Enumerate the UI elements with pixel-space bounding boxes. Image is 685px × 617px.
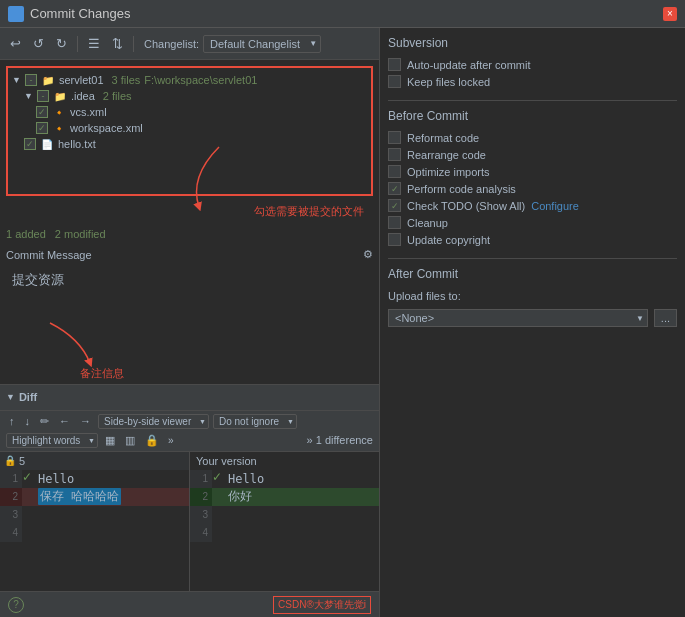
diff-left-line-4: 4	[0, 524, 189, 542]
diff-lock-row: 🔒 5	[0, 452, 189, 470]
modified-stat: 2 modified	[55, 228, 106, 240]
redo-btn[interactable]: ↻	[52, 34, 71, 53]
diff-up-btn[interactable]: ↑	[6, 414, 18, 428]
diff-right-line-1: 1 ✓ Hello	[190, 470, 379, 488]
diff-label: Diff	[19, 391, 37, 403]
undo-btn[interactable]: ↺	[29, 34, 48, 53]
reformat-checkbox[interactable]	[388, 131, 401, 144]
commit-msg-header: Commit Message ⚙	[0, 244, 379, 265]
perform-checkbox[interactable]	[388, 182, 401, 195]
upload-select[interactable]: <None>	[388, 309, 648, 327]
dl-content-1: Hello	[34, 470, 189, 488]
keep-files-checkbox[interactable]	[388, 75, 401, 88]
tree-item-workspace[interactable]: 🔸 workspace.xml	[12, 120, 367, 136]
r-num-2: 2	[190, 488, 212, 506]
diff-left-line-2: 2 保存 哈哈哈哈	[0, 488, 189, 506]
r-ind-2	[212, 488, 224, 506]
check-todo-row: Check TODO (Show All) Configure	[388, 199, 677, 212]
subversion-section: Subversion Auto-update after commit Keep…	[388, 36, 677, 92]
commit-msg-icon: ⚙	[363, 248, 373, 261]
tree-item-vcs[interactable]: 🔸 vcs.xml	[12, 104, 367, 120]
r-num-3: 3	[190, 506, 212, 524]
viewer-select[interactable]: Side-by-side viewer	[98, 414, 209, 429]
cleanup-label: Cleanup	[407, 217, 448, 229]
check-todo-checkbox[interactable]	[388, 199, 401, 212]
ignore-select-wrapper: Do not ignore	[213, 414, 297, 429]
root-count: 3 files	[112, 74, 141, 86]
workspace-checkbox[interactable]	[36, 122, 48, 134]
diff-header: ▼ Diff	[0, 384, 379, 410]
dl-content-4	[22, 524, 189, 542]
idea-checkbox[interactable]	[37, 90, 49, 102]
back-btn[interactable]: ↩	[6, 34, 25, 53]
dl-content-3	[22, 506, 189, 524]
upload-select-wrapper: <None>	[388, 309, 648, 327]
perform-label: Perform code analysis	[407, 183, 516, 195]
r-ind-1: ✓	[212, 470, 224, 488]
diff-left-line-1: 1 ✓ Hello	[0, 470, 189, 488]
reformat-label: Reformat code	[407, 132, 479, 144]
changelist-select[interactable]: Default Changelist	[203, 35, 321, 53]
vcs-name: vcs.xml	[70, 106, 107, 118]
added-stat: 1 added	[6, 228, 46, 240]
subversion-title: Subversion	[388, 36, 677, 50]
root-name: servlet01	[59, 74, 104, 86]
diff-col-btn[interactable]: ▥	[122, 433, 138, 448]
bottom-bar: ? CSDN®大梦谁先觉i	[0, 591, 379, 617]
dl-num-1: 1	[0, 470, 22, 488]
diff-down-btn[interactable]: ↓	[22, 414, 34, 428]
diff-left-line-3: 3	[0, 506, 189, 524]
dl-num-3: 3	[0, 506, 22, 524]
annotation-area-2: 备注信息	[0, 348, 379, 384]
keep-files-label: Keep files locked	[407, 76, 490, 88]
hello-checkbox[interactable]	[24, 138, 36, 150]
highlight-select-wrapper: Highlight words	[6, 433, 98, 448]
tree-item-idea[interactable]: ▼ 📁 .idea 2 files	[12, 88, 367, 104]
divider-2	[388, 258, 677, 259]
diff-collapse-icon[interactable]: ▼	[6, 392, 15, 402]
rearrange-row: Rearrange code	[388, 148, 677, 161]
configure-link[interactable]: Configure	[531, 200, 579, 212]
close-button[interactable]: ×	[663, 7, 677, 21]
diff-grid-btn[interactable]: ▦	[102, 433, 118, 448]
diff-left-btn[interactable]: ←	[56, 414, 73, 428]
diff-lock-btn[interactable]: 🔒	[142, 433, 162, 448]
ignore-select[interactable]: Do not ignore	[213, 414, 297, 429]
diff-count: » 1 difference	[307, 434, 373, 446]
cleanup-checkbox[interactable]	[388, 216, 401, 229]
upload-more-btn[interactable]: ...	[654, 309, 677, 327]
before-commit-section: Before Commit Reformat code Rearrange co…	[388, 109, 677, 250]
filter-btn[interactable]: ⇅	[108, 34, 127, 53]
upload-label: Upload files to:	[388, 290, 461, 302]
lock-icon: 🔒	[4, 455, 16, 466]
dl-ind-1: ✓	[22, 470, 34, 488]
update-copyright-checkbox[interactable]	[388, 233, 401, 246]
sort-btn[interactable]: ☰	[84, 34, 104, 53]
watermark: CSDN®大梦谁先觉i	[273, 596, 371, 614]
idea-name: .idea	[71, 90, 95, 102]
auto-update-checkbox[interactable]	[388, 58, 401, 71]
diff-right-panel: Your version 1 ✓ Hello 2 你好 3	[190, 452, 379, 592]
hello-name: hello.txt	[58, 138, 96, 150]
root-checkbox[interactable]	[25, 74, 37, 86]
diff-right-line-2: 2 你好	[190, 488, 379, 506]
optimize-checkbox[interactable]	[388, 165, 401, 178]
arrow-svg-1	[179, 142, 229, 212]
help-button[interactable]: ?	[8, 597, 24, 613]
expand-icon-idea: ▼	[24, 91, 33, 101]
diff-left-panel: 🔒 5 1 ✓ Hello 2 保存 哈哈哈哈	[0, 452, 190, 592]
diff-right-btn[interactable]: →	[77, 414, 94, 428]
commit-msg-label: Commit Message	[6, 249, 92, 261]
diff-toolbar: ↑ ↓ ✏ ← → Side-by-side viewer Do not ign…	[0, 410, 379, 452]
after-commit-section: After Commit Upload files to: <None> ...	[388, 267, 677, 327]
reformat-row: Reformat code	[388, 131, 677, 144]
optimize-label: Optimize imports	[407, 166, 490, 178]
vcs-checkbox[interactable]	[36, 106, 48, 118]
rearrange-checkbox[interactable]	[388, 148, 401, 161]
highlight-select[interactable]: Highlight words	[6, 433, 98, 448]
window-title: Commit Changes	[30, 6, 130, 21]
diff-edit-btn[interactable]: ✏	[37, 414, 52, 429]
right-panel: Subversion Auto-update after commit Keep…	[380, 28, 685, 617]
r-content-3	[212, 506, 379, 524]
tree-item-root[interactable]: ▼ 📁 servlet01 3 files F:\workspace\servl…	[12, 72, 367, 88]
